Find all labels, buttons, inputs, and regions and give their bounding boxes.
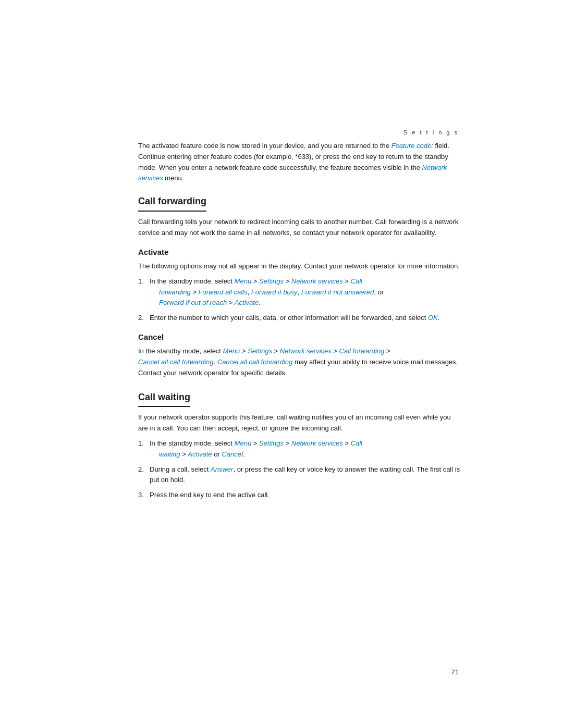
ok-link[interactable]: OK	[428, 314, 438, 322]
intro-paragraph: The activated feature code is now stored…	[138, 141, 461, 184]
call-fwd-link-cancel[interactable]: Call forwarding	[339, 347, 385, 355]
activate-steps-list: 1. In the standby mode, select Menu > Se…	[138, 276, 461, 324]
intro-text3: menu.	[163, 174, 184, 182]
activate-link-waiting[interactable]: Activate	[188, 450, 212, 458]
call-waiting-description: If your network operator supports this f…	[138, 412, 461, 434]
call-waiting-section: Call waiting If your network operator su…	[138, 390, 461, 501]
waiting-step1-number: 1.	[138, 438, 150, 449]
step2-content: Enter the number to which your calls, da…	[150, 313, 461, 324]
page-container: S e t t i n g s The activated feature co…	[0, 0, 563, 728]
forward-all-link[interactable]: Forward all calls	[199, 288, 248, 296]
settings-label: S e t t i n g s	[403, 129, 459, 135]
step2-number: 2.	[138, 313, 150, 324]
step1-content: In the standby mode, select Menu > Setti…	[150, 276, 461, 309]
cancel-content: In the standby mode, select Menu > Setti…	[138, 346, 461, 378]
waiting-step2-number: 2.	[138, 464, 150, 475]
waiting-step2-content: During a call, select Answer, or press t…	[150, 464, 461, 486]
settings-link-1[interactable]: Settings	[259, 277, 284, 285]
call-forwarding-section: Call forwarding Call forwarding tells yo…	[138, 194, 461, 378]
answer-link[interactable]: Answer	[211, 465, 233, 473]
waiting-step1-content: In the standby mode, select Menu > Setti…	[150, 438, 461, 460]
call-waiting-title: Call waiting	[138, 390, 461, 413]
waiting-step3-content: Press the end key to end the active call…	[150, 490, 461, 501]
page-number: 71	[451, 668, 459, 676]
activate-link-1[interactable]: Activate	[235, 299, 259, 306]
settings-link-waiting[interactable]: Settings	[259, 439, 284, 447]
activate-description: The following options may not all appear…	[138, 261, 461, 272]
feature-code-link[interactable]: Feature code:	[391, 142, 433, 150]
network-services-link-1[interactable]: Network services	[291, 277, 343, 285]
activate-subsection: Activate The following options may not a…	[138, 246, 461, 324]
settings-link-cancel[interactable]: Settings	[248, 347, 272, 355]
cancel-all-link2[interactable]: Cancel all call forwarding	[217, 358, 293, 366]
forward-out-of-reach-link[interactable]: Forward if out of reach	[159, 299, 227, 306]
call-waiting-steps-list: 1. In the standby mode, select Menu > Se…	[138, 438, 461, 501]
activate-step-1: 1. In the standby mode, select Menu > Se…	[138, 276, 461, 309]
forward-not-answered-link[interactable]: Forward if not answered	[301, 288, 374, 296]
network-services-link-waiting[interactable]: Network services	[291, 439, 343, 447]
content-area: The activated feature code is now stored…	[138, 141, 461, 512]
cancel-subsection: Cancel In the standby mode, select Menu …	[138, 331, 461, 379]
waiting-step3-number: 3.	[138, 490, 150, 501]
waiting-step-2: 2. During a call, select Answer, or pres…	[138, 464, 461, 486]
network-services-link-cancel[interactable]: Network services	[280, 347, 332, 355]
call-forwarding-description: Call forwarding tells your network to re…	[138, 217, 461, 239]
menu-link-waiting[interactable]: Menu	[235, 439, 252, 447]
cancel-all-link[interactable]: Cancel all call forwarding	[138, 358, 214, 366]
menu-link-1[interactable]: Menu	[235, 277, 252, 285]
intro-text1: The activated feature code is now stored…	[138, 142, 391, 150]
activate-subtitle: Activate	[138, 246, 461, 258]
step1-number: 1.	[138, 276, 150, 287]
menu-link-cancel[interactable]: Menu	[223, 347, 240, 355]
cancel-link-waiting[interactable]: Cancel	[222, 450, 242, 458]
waiting-step-3: 3. Press the end key to end the active c…	[138, 490, 461, 501]
activate-step-2: 2. Enter the number to which your calls,…	[138, 313, 461, 324]
forward-busy-link[interactable]: Forward if busy	[251, 288, 298, 296]
call-forwarding-title: Call forwarding	[138, 194, 461, 217]
waiting-step-1: 1. In the standby mode, select Menu > Se…	[138, 438, 461, 460]
cancel-subtitle: Cancel	[138, 331, 461, 343]
